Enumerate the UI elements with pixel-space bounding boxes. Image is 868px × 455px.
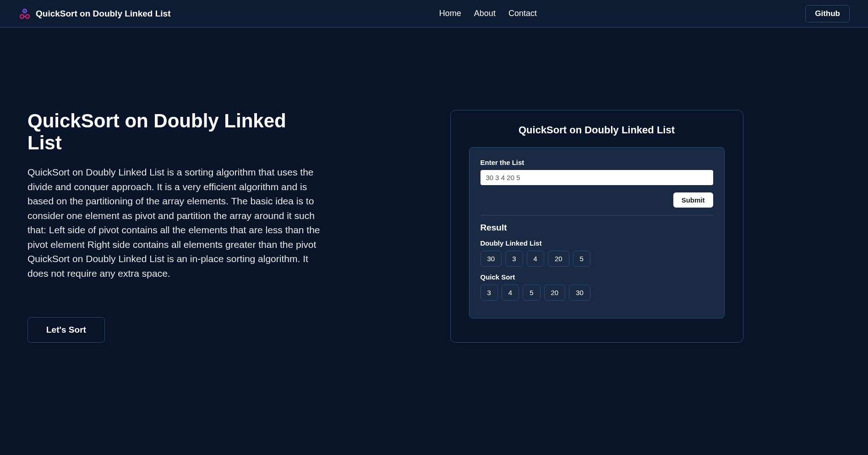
list-node: 3 [505,251,523,267]
doubly-list-row: 30 3 4 20 5 [480,251,713,267]
list-node: 30 [480,251,502,267]
result-title: Result [480,223,713,233]
card-title: QuickSort on Doubly Linked List [469,124,725,136]
submit-button[interactable]: Submit [673,192,713,208]
page-title: QuickSort on Doubly Linked List [27,110,325,154]
nav-link-contact[interactable]: Contact [508,9,537,18]
list-node: 4 [527,251,544,267]
list-node: 30 [569,285,590,301]
main-content: QuickSort on Doubly Linked List QuickSor… [0,27,868,370]
list-input-label: Enter the List [480,159,713,166]
list-node: 4 [502,285,519,301]
navbar: QuickSort on Doubly Linked List Home Abo… [0,0,868,27]
navbar-right: Github [805,5,850,22]
sorted-list-label: Quick Sort [480,273,713,281]
github-button[interactable]: Github [805,5,850,22]
list-node: 3 [480,285,498,301]
doubly-list-label: Doubly Linked List [480,239,713,247]
right-section: QuickSort on Doubly Linked List Enter th… [353,110,841,343]
sort-card: QuickSort on Doubly Linked List Enter th… [450,110,743,343]
form-box: Enter the List Submit Result Doubly Link… [469,147,725,318]
nav-link-about[interactable]: About [474,9,496,18]
submit-row: Submit [480,192,713,215]
navbar-title: QuickSort on Doubly Linked List [36,9,171,19]
page-description: QuickSort on Doubly Linked List is a sor… [27,165,325,280]
list-input[interactable] [480,170,713,185]
svg-point-1 [24,10,26,11]
left-section: QuickSort on Doubly Linked List QuickSor… [27,110,325,343]
navbar-links: Home About Contact [439,9,537,18]
list-node: 5 [523,285,540,301]
lets-sort-button[interactable]: Let's Sort [27,317,105,343]
nav-link-home[interactable]: Home [439,9,461,18]
chain-link-icon [18,7,31,20]
list-node: 20 [544,285,566,301]
result-section: Result Doubly Linked List 30 3 4 20 5 Qu… [480,223,713,301]
navbar-left: QuickSort on Doubly Linked List [18,7,171,20]
list-node: 5 [573,251,590,267]
list-node: 20 [548,251,569,267]
sorted-list-row: 3 4 5 20 30 [480,285,713,301]
